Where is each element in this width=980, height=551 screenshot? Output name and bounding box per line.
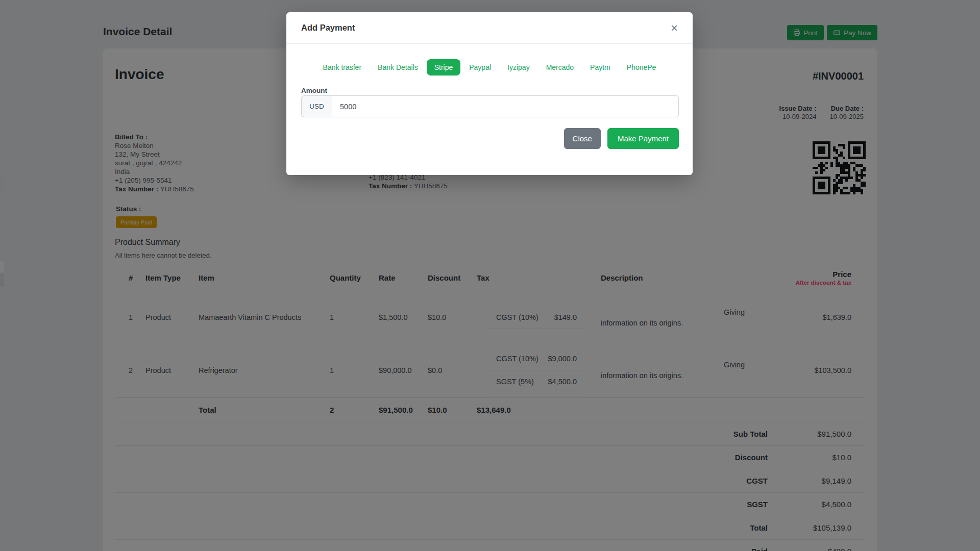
tab-phonepe[interactable]: PhonePe: [619, 59, 664, 76]
modal-title: Add Payment: [301, 23, 355, 33]
tab-bank-transfer[interactable]: Bank trasfer: [315, 59, 369, 76]
tab-paypal[interactable]: Paypal: [461, 59, 499, 76]
close-button[interactable]: Close: [564, 128, 601, 149]
tab-bank-details[interactable]: Bank Details: [370, 59, 426, 76]
make-payment-button[interactable]: Make Payment: [607, 128, 679, 149]
modal-actions: Close Make Payment: [564, 128, 679, 149]
tab-mercado[interactable]: Mercado: [538, 59, 581, 76]
tab-paytm[interactable]: Paytm: [582, 59, 618, 76]
payment-method-tabs: Bank trasfer Bank Details Stripe Paypal …: [286, 59, 693, 76]
currency-addon: USD: [301, 95, 332, 117]
amount-input[interactable]: [332, 95, 679, 117]
tab-stripe[interactable]: Stripe: [427, 59, 461, 76]
close-icon[interactable]: ×: [671, 22, 678, 34]
amount-input-group: USD: [301, 95, 679, 117]
tab-iyzipay[interactable]: Iyzipay: [500, 59, 537, 76]
amount-label: Amount: [301, 87, 327, 94]
modal-header: Add Payment ×: [286, 12, 693, 44]
add-payment-modal: Add Payment × Bank trasfer Bank Details …: [286, 12, 693, 175]
invoice-detail-page: Invoice Detail Print Pay Now Invoic: [0, 0, 980, 551]
